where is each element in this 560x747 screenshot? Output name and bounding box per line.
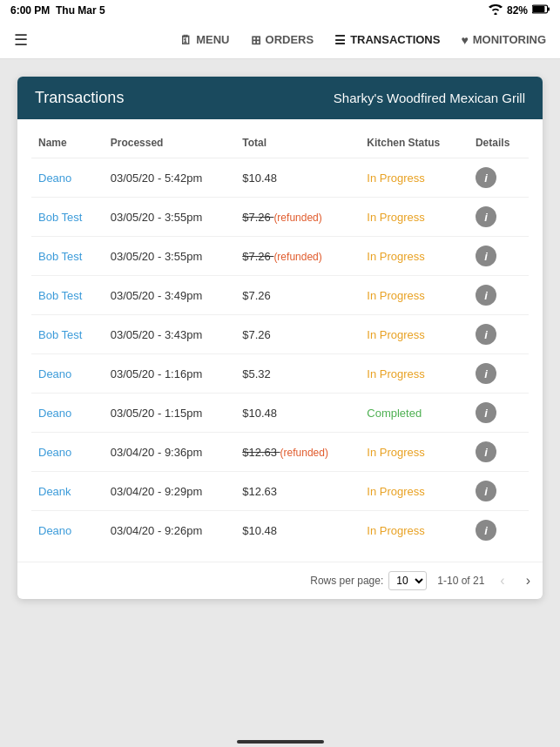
nav-item-transactions[interactable]: ☰ TRANSACTIONS bbox=[334, 33, 440, 47]
transaction-total: $5.32 bbox=[235, 354, 360, 394]
hamburger-button[interactable]: ☰ bbox=[14, 30, 28, 50]
transaction-kitchen-status: In Progress bbox=[360, 472, 469, 511]
info-button[interactable]: i bbox=[476, 363, 496, 384]
transaction-details: i bbox=[469, 158, 529, 198]
svg-rect-1 bbox=[548, 8, 550, 11]
transaction-name[interactable]: Deano bbox=[38, 524, 71, 537]
transaction-details: i bbox=[469, 198, 529, 237]
transaction-kitchen-status: In Progress bbox=[360, 198, 469, 237]
transaction-name[interactable]: Bob Test bbox=[38, 250, 82, 263]
info-button[interactable]: i bbox=[476, 402, 496, 423]
transaction-kitchen-status: In Progress bbox=[360, 354, 469, 394]
transaction-name[interactable]: Deano bbox=[38, 172, 71, 185]
transaction-kitchen-status: In Progress bbox=[360, 511, 469, 550]
col-name: Name bbox=[31, 128, 104, 158]
transaction-kitchen-status: In Progress bbox=[360, 158, 469, 198]
transaction-total: $12.63 (refunded) bbox=[235, 433, 360, 472]
transaction-total: $7.26 bbox=[235, 276, 360, 315]
home-indicator bbox=[237, 740, 324, 744]
col-kitchen-status: Kitchen Status bbox=[360, 128, 469, 158]
rows-per-page-select[interactable]: 10 25 50 bbox=[388, 571, 427, 590]
wifi-icon bbox=[489, 4, 503, 17]
nav-items: 🗓 MENU ⊞ ORDERS ☰ TRANSACTIONS ♥ MONITOR… bbox=[179, 33, 546, 47]
transaction-total: $10.48 bbox=[235, 394, 360, 433]
table-row: Bob Test03/05/20 - 3:55pm$7.26 (refunded… bbox=[31, 198, 529, 237]
info-button[interactable]: i bbox=[476, 520, 496, 541]
info-button[interactable]: i bbox=[476, 167, 496, 188]
table-row: Deano03/05/20 - 1:16pm$5.32In Progressi bbox=[31, 354, 529, 394]
transaction-name[interactable]: Deano bbox=[38, 367, 71, 380]
svg-rect-2 bbox=[533, 6, 545, 12]
transaction-kitchen-status: In Progress bbox=[360, 276, 469, 315]
status-indicators: 82% bbox=[489, 4, 550, 17]
table-row: Bob Test03/05/20 - 3:43pm$7.26In Progres… bbox=[31, 315, 529, 354]
transaction-processed: 03/05/20 - 3:55pm bbox=[104, 237, 236, 276]
next-page-button[interactable]: › bbox=[521, 571, 536, 590]
table-row: Deano03/04/20 - 9:26pm$10.48In Progressi bbox=[31, 511, 529, 550]
transaction-details: i bbox=[469, 433, 529, 472]
transaction-total: $7.26 (refunded) bbox=[235, 198, 360, 237]
transaction-processed: 03/04/20 - 9:26pm bbox=[104, 511, 236, 550]
transaction-details: i bbox=[469, 315, 529, 354]
nav-item-orders[interactable]: ⊞ ORDERS bbox=[251, 33, 314, 47]
transaction-processed: 03/05/20 - 5:42pm bbox=[104, 158, 236, 198]
page-info: 1-10 of 21 bbox=[437, 575, 484, 587]
prev-page-button[interactable]: ‹ bbox=[495, 571, 509, 590]
table-row: Deano03/05/20 - 1:15pm$10.48Completedi bbox=[31, 394, 529, 433]
nav-item-menu[interactable]: 🗓 MENU bbox=[179, 33, 229, 47]
transaction-name[interactable]: Bob Test bbox=[38, 328, 82, 341]
transactions-table: Name Processed Total Kitchen Status Deta… bbox=[31, 128, 529, 549]
transaction-name[interactable]: Bob Test bbox=[38, 289, 82, 302]
info-button[interactable]: i bbox=[476, 285, 496, 306]
info-button[interactable]: i bbox=[476, 324, 496, 345]
transaction-name[interactable]: Deank bbox=[38, 485, 71, 498]
transaction-total: $12.63 bbox=[235, 472, 360, 511]
transaction-processed: 03/05/20 - 1:16pm bbox=[104, 354, 236, 394]
nav-item-monitoring[interactable]: ♥ MONITORING bbox=[461, 33, 546, 47]
transaction-processed: 03/05/20 - 3:43pm bbox=[104, 315, 236, 354]
menu-icon: 🗓 bbox=[179, 33, 192, 47]
battery-icon bbox=[532, 4, 550, 17]
table-row: Deank03/04/20 - 9:29pm$12.63In Progressi bbox=[31, 472, 529, 511]
transaction-total: $7.26 (refunded) bbox=[235, 237, 360, 276]
transaction-total: $7.26 bbox=[235, 315, 360, 354]
transaction-total: $10.48 bbox=[235, 511, 360, 550]
transaction-name[interactable]: Bob Test bbox=[38, 211, 82, 224]
transaction-details: i bbox=[469, 354, 529, 394]
table-container: Name Processed Total Kitchen Status Deta… bbox=[17, 119, 543, 558]
transaction-processed: 03/05/20 - 3:55pm bbox=[104, 198, 236, 237]
table-header-row: Name Processed Total Kitchen Status Deta… bbox=[31, 128, 529, 158]
card-subtitle: Sharky's Woodfired Mexican Grill bbox=[334, 91, 525, 105]
table-row: Bob Test03/05/20 - 3:55pm$7.26 (refunded… bbox=[31, 237, 529, 276]
battery-percentage: 82% bbox=[507, 4, 528, 17]
transaction-name[interactable]: Deano bbox=[38, 446, 71, 459]
col-processed: Processed bbox=[104, 128, 236, 158]
info-button[interactable]: i bbox=[476, 206, 496, 227]
transaction-details: i bbox=[469, 394, 529, 433]
table-row: Bob Test03/05/20 - 3:49pm$7.26In Progres… bbox=[31, 276, 529, 315]
rows-per-page: Rows per page: 10 25 50 bbox=[310, 571, 427, 590]
transactions-card: Transactions Sharky's Woodfired Mexican … bbox=[17, 77, 543, 599]
transaction-name[interactable]: Deano bbox=[38, 407, 71, 420]
status-time: 6:00 PM Thu Mar 5 bbox=[10, 4, 105, 17]
transaction-kitchen-status: In Progress bbox=[360, 315, 469, 354]
info-button[interactable]: i bbox=[476, 246, 496, 266]
transaction-processed: 03/05/20 - 1:15pm bbox=[104, 394, 236, 433]
bottom-bar bbox=[0, 730, 560, 747]
card-header: Transactions Sharky's Woodfired Mexican … bbox=[17, 77, 543, 119]
status-bar: 6:00 PM Thu Mar 5 82% bbox=[0, 0, 560, 21]
pagination: Rows per page: 10 25 50 1-10 of 21 ‹ › bbox=[17, 562, 543, 599]
transaction-kitchen-status: Completed bbox=[360, 394, 469, 433]
transaction-processed: 03/05/20 - 3:49pm bbox=[104, 276, 236, 315]
table-row: Deano03/05/20 - 5:42pm$10.48In Progressi bbox=[31, 158, 529, 198]
rows-per-page-label: Rows per page: bbox=[310, 575, 383, 587]
info-button[interactable]: i bbox=[476, 441, 496, 462]
main-content: Transactions Sharky's Woodfired Mexican … bbox=[0, 59, 560, 616]
transaction-details: i bbox=[469, 511, 529, 550]
info-button[interactable]: i bbox=[476, 481, 496, 501]
col-total: Total bbox=[235, 128, 360, 158]
col-details: Details bbox=[469, 128, 529, 158]
table-row: Deano03/04/20 - 9:36pm$12.63 (refunded)I… bbox=[31, 433, 529, 472]
transaction-total: $10.48 bbox=[235, 158, 360, 198]
transactions-icon: ☰ bbox=[334, 33, 346, 47]
